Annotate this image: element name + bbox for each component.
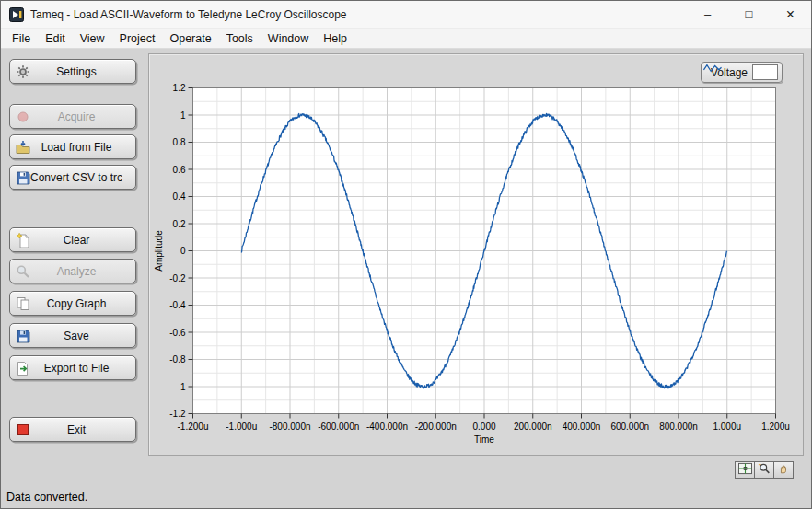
maximize-icon: □: [746, 7, 753, 21]
menu-bar: FileEditViewProjectOperateToolsWindowHel…: [1, 29, 811, 49]
svg-text:1: 1: [180, 110, 186, 121]
graph-palette: [736, 461, 794, 479]
button-convert-csv-to-trc[interactable]: Convert CSV to trc: [9, 165, 136, 190]
svg-text:Time: Time: [474, 434, 494, 445]
export-icon: [16, 361, 30, 376]
graph-cursor-icon: [737, 462, 753, 479]
menu-item-view[interactable]: View: [73, 30, 112, 47]
svg-text:Amplitude: Amplitude: [154, 230, 164, 272]
svg-text:200.000n: 200.000n: [514, 422, 552, 432]
graph-svg: 1.210.80.60.40.20-0.2-0.4-0.6-0.8-1-1.2-…: [149, 54, 805, 457]
svg-text:0.000: 0.000: [472, 422, 495, 432]
svg-text:-0.2: -0.2: [169, 273, 186, 283]
button-load-from-file[interactable]: Load from File: [9, 134, 136, 159]
svg-text:1.000u: 1.000u: [713, 422, 741, 432]
svg-text:600.000n: 600.000n: [610, 422, 649, 432]
status-text: Data converted.: [6, 491, 87, 503]
menu-item-project[interactable]: Project: [112, 30, 163, 47]
svg-text:-400.000n: -400.000n: [366, 422, 408, 432]
legend[interactable]: Voltage: [701, 62, 783, 83]
button-analyze: Analyze: [9, 259, 136, 283]
close-icon: ×: [786, 6, 795, 23]
menu-item-file[interactable]: File: [5, 30, 38, 47]
window-controls: – □ ×: [687, 1, 811, 28]
window-title: Tameq - Load ASCII-Waveform to Teledyne …: [30, 8, 347, 21]
svg-text:-1.000u: -1.000u: [226, 422, 257, 432]
svg-text:0.2: 0.2: [173, 219, 186, 229]
exit-icon: [16, 422, 30, 437]
maximize-button[interactable]: □: [728, 1, 770, 28]
button-copy-graph[interactable]: Copy Graph: [9, 291, 136, 316]
copy-icon: [16, 296, 30, 311]
close-button[interactable]: ×: [770, 1, 811, 28]
button-clear[interactable]: Clear: [9, 227, 136, 252]
svg-text:400.000n: 400.000n: [563, 422, 601, 432]
svg-text:-0.8: -0.8: [169, 354, 186, 364]
gear-icon: [16, 64, 30, 79]
zoom-icon: [758, 462, 771, 479]
svg-text:-600.000n: -600.000n: [318, 422, 359, 432]
palette-button-zoom[interactable]: [754, 461, 774, 479]
svg-text:1.2: 1.2: [173, 83, 186, 93]
minimize-icon: –: [704, 7, 711, 21]
svg-text:-1.200u: -1.200u: [178, 422, 209, 432]
svg-text:0.8: 0.8: [173, 137, 186, 147]
palette-button-graph-cursor[interactable]: [735, 461, 755, 479]
button-settings[interactable]: Settings: [9, 59, 136, 84]
svg-text:-1.2: -1.2: [169, 409, 186, 419]
magnifier-icon: [16, 264, 30, 279]
menu-item-tools[interactable]: Tools: [219, 30, 261, 47]
load-file-icon: [16, 140, 30, 155]
svg-text:-0.4: -0.4: [169, 300, 186, 310]
svg-text:1.200u: 1.200u: [761, 422, 790, 432]
convert-icon: [16, 170, 30, 185]
record-icon: [16, 110, 30, 124]
button-save[interactable]: Save: [9, 323, 136, 348]
clear-page-icon: [16, 233, 30, 248]
title-bar: Tameq - Load ASCII-Waveform to Teledyne …: [1, 1, 811, 29]
app-window: Tameq - Load ASCII-Waveform to Teledyne …: [0, 0, 812, 509]
status-bar: Data converted.: [6, 491, 87, 503]
graph-panel: 1.210.80.60.40.20-0.2-0.4-0.6-0.8-1-1.2-…: [148, 53, 804, 456]
minimize-button[interactable]: –: [687, 1, 728, 28]
pan-hand-icon: [777, 462, 791, 479]
save-icon: [16, 329, 30, 343]
legend-wave-icon[interactable]: [752, 64, 778, 80]
button-export-to-file[interactable]: Export to File: [9, 355, 136, 380]
svg-text:0.4: 0.4: [173, 191, 186, 202]
svg-text:-0.6: -0.6: [169, 328, 186, 338]
menu-item-edit[interactable]: Edit: [38, 30, 73, 47]
menu-item-help[interactable]: Help: [316, 30, 354, 47]
menu-item-window[interactable]: Window: [261, 30, 316, 47]
app-icon: [9, 7, 24, 22]
button-acquire: Acquire: [9, 104, 136, 129]
svg-text:0: 0: [180, 246, 186, 256]
svg-text:-1: -1: [178, 382, 186, 392]
svg-text:0.6: 0.6: [173, 165, 186, 175]
svg-text:800.000n: 800.000n: [659, 422, 698, 432]
svg-text:-800.000n: -800.000n: [269, 422, 310, 432]
palette-button-pan-hand[interactable]: [773, 461, 794, 479]
menu-item-operate[interactable]: Operate: [162, 30, 218, 47]
svg-text:-200.000n: -200.000n: [415, 422, 457, 432]
button-exit[interactable]: Exit: [9, 417, 136, 442]
